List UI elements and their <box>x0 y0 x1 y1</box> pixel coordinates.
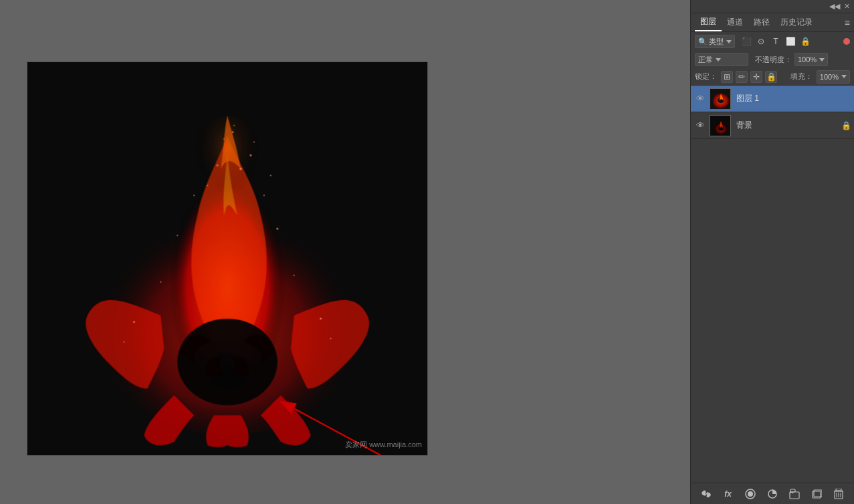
panel-collapse-btn[interactable]: ◀◀ <box>829 2 840 11</box>
panel-top-controls: ◀◀ ✕ <box>691 0 854 13</box>
flame-artwork <box>27 62 427 455</box>
layer-item-layer1[interactable]: 👁 图层 1 <box>691 86 854 112</box>
svg-point-15 <box>276 228 278 230</box>
svg-rect-41 <box>836 489 841 491</box>
filter-icons: ⬛ ⊙ T ⬜ 🔒 <box>740 35 811 47</box>
add-mask-btn[interactable] <box>743 487 758 501</box>
layer-lock-icon: 🔒 <box>841 120 851 131</box>
layer-thumb-background <box>710 115 731 136</box>
lock-move-btn[interactable]: ✛ <box>750 71 762 83</box>
svg-point-20 <box>320 318 322 320</box>
lock-pixels-btn[interactable]: ⊞ <box>721 71 733 83</box>
blend-chevron-icon <box>716 58 721 61</box>
fx-btn[interactable]: fx <box>721 487 736 501</box>
tab-history[interactable]: 历史记录 <box>775 14 818 31</box>
svg-rect-37 <box>790 489 795 492</box>
add-adjustment-btn[interactable] <box>765 487 780 501</box>
svg-rect-34 <box>748 491 753 497</box>
tab-layers[interactable]: 图层 <box>695 13 722 31</box>
fill-input[interactable]: 100% <box>817 70 850 84</box>
filter-row: 🔍 类型 ⬛ ⊙ T ⬜ 🔒 <box>691 32 854 51</box>
opacity-chevron-icon <box>819 58 825 61</box>
svg-rect-36 <box>790 492 799 499</box>
chevron-down-icon <box>726 40 732 43</box>
svg-point-17 <box>294 275 295 276</box>
lock-artboard-btn[interactable]: 🔒 <box>765 71 777 83</box>
link-layers-btn[interactable] <box>699 487 714 501</box>
svg-point-18 <box>160 281 161 283</box>
layer-item-background[interactable]: 👁 背景 🔒 <box>691 112 854 139</box>
add-group-btn[interactable] <box>787 487 802 501</box>
tab-channels[interactable]: 通道 <box>722 14 748 31</box>
opacity-input[interactable]: 100% <box>794 53 828 66</box>
filter-adjust-btn[interactable]: ⊙ <box>755 35 767 47</box>
search-icon: 🔍 <box>698 37 708 46</box>
filter-smart-btn[interactable]: 🔒 <box>799 35 811 47</box>
layers-list: 👁 图层 1 👁 <box>691 86 854 483</box>
tab-paths[interactable]: 路径 <box>748 14 775 31</box>
tabs-row: 图层 通道 路径 历史记录 ≡ <box>691 13 854 32</box>
bottom-toolbar: fx <box>691 483 854 504</box>
svg-point-3 <box>177 319 277 406</box>
canvas-frame: 卖家网 www.maijia.com <box>27 61 428 456</box>
svg-point-21 <box>124 342 125 343</box>
new-layer-btn[interactable] <box>809 487 824 501</box>
layer-visibility-background[interactable]: 👁 <box>693 119 707 132</box>
lock-paint-btn[interactable]: ✏ <box>736 71 748 83</box>
delete-layer-btn[interactable] <box>831 487 846 501</box>
svg-point-16 <box>177 235 178 236</box>
filter-shape-btn[interactable]: ⬜ <box>784 35 796 47</box>
filter-pixel-btn[interactable]: ⬛ <box>740 35 752 47</box>
filter-type-dropdown[interactable]: 🔍 类型 <box>695 35 735 48</box>
fill-chevron-icon <box>841 75 847 78</box>
blend-mode-dropdown[interactable]: 正常 <box>695 53 748 66</box>
blend-mode-row: 正常 不透明度： 100% <box>691 51 854 68</box>
panel-close-btn[interactable]: ✕ <box>844 2 850 11</box>
svg-point-19 <box>133 321 135 323</box>
layer-visibility-layer1[interactable]: 👁 <box>693 92 707 106</box>
layer-name-layer1: 图层 1 <box>734 93 851 104</box>
lock-icons: ⊞ ✏ ✛ 🔒 <box>721 71 777 83</box>
lock-row: 锁定： ⊞ ✏ ✛ 🔒 填充： 100% <box>691 68 854 86</box>
layers-panel: ◀◀ ✕ 图层 通道 路径 历史记录 ≡ 🔍 类型 ⬛ ⊙ T ⬜ 🔒 正常 不… <box>690 0 854 504</box>
watermark: 卖家网 www.maijia.com <box>345 440 422 450</box>
layer-name-background: 背景 <box>734 120 838 131</box>
fill-label: 填充： <box>790 72 813 82</box>
svg-point-22 <box>330 338 331 340</box>
canvas-area: 卖家网 www.maijia.com <box>0 0 662 504</box>
filter-text-btn[interactable]: T <box>770 35 782 47</box>
lock-label: 锁定： <box>695 72 717 82</box>
layer-thumb-layer1 <box>710 88 731 110</box>
filter-active-indicator <box>843 38 850 45</box>
svg-point-23 <box>174 116 280 275</box>
panel-menu-icon[interactable]: ≡ <box>845 17 850 28</box>
opacity-label: 不透明度： <box>755 55 792 65</box>
